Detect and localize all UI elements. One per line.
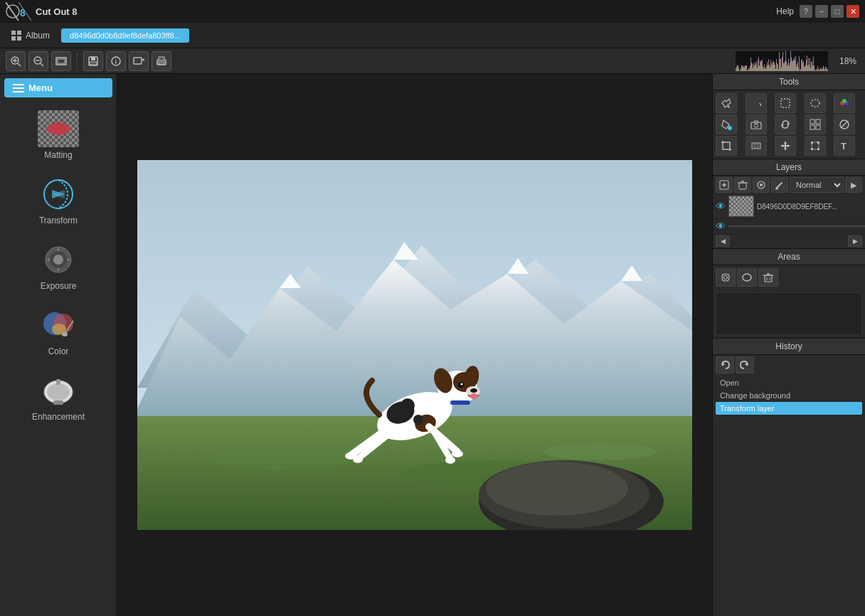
info-button[interactable]: i [106, 51, 126, 71]
layer-item-1[interactable]: 👁 D8496D0D8D9EF8DEF... [713, 194, 865, 219]
fit-icon [55, 55, 67, 67]
layers-bottom-nav: ◀ ▶ [713, 234, 865, 248]
tool-crop[interactable] [716, 136, 737, 156]
svg-rect-6 [11, 36, 16, 41]
svg-point-57 [208, 448, 351, 469]
areas-tools [713, 265, 865, 290]
sidebar-item-matting[interactable]: Matting [6, 103, 111, 166]
svg-point-128 [743, 274, 751, 281]
history-item-transform-layer[interactable]: Transform layer [716, 402, 862, 415]
active-tab[interactable]: d8496d0d0b8d9ef8defa803ff8... [61, 28, 189, 43]
tools-grid: T [713, 90, 865, 159]
svg-rect-114 [817, 148, 819, 150]
fit-button[interactable] [51, 51, 71, 71]
save-button[interactable] [83, 51, 103, 71]
enhancement-label: Enhancement [32, 412, 85, 422]
print-button[interactable] [152, 51, 171, 71]
svg-rect-7 [17, 36, 21, 41]
tool-ellipse-select[interactable] [805, 93, 826, 113]
tool-color-select[interactable] [834, 93, 855, 113]
svg-rect-129 [765, 275, 772, 282]
layers-controls: Normal Multiply Screen Overlay ▶ [713, 176, 865, 194]
tool-no-op[interactable] [834, 115, 855, 134]
app-title: 8 Cut Out 8 [6, 2, 78, 21]
tool-grid[interactable] [805, 115, 826, 134]
svg-point-46 [47, 383, 70, 400]
menu-bar: Album d8496d0d0b8d9ef8defa803ff8... [0, 23, 865, 48]
add-image-icon [133, 55, 144, 67]
layer-visibility-2[interactable]: 👁 [716, 221, 726, 232]
layer-item-2[interactable]: 👁 D8496D0D8D9EF8DEF... [713, 219, 865, 234]
transform-icon [36, 174, 81, 214]
menu-lines-icon [13, 83, 24, 93]
layer-expand-button[interactable]: ▶ [845, 177, 862, 193]
toolbar-separator-1 [77, 53, 78, 70]
areas-header: Areas [713, 249, 865, 265]
zoom-in-button[interactable] [6, 51, 26, 71]
sidebar-item-color[interactable]: Color [6, 299, 111, 362]
svg-rect-47 [53, 400, 63, 405]
svg-rect-48 [56, 379, 60, 385]
undo-button[interactable] [716, 356, 734, 373]
left-sidebar: Menu [0, 74, 117, 616]
svg-rect-75 [450, 400, 470, 405]
svg-point-74 [470, 393, 477, 399]
area-tool-brush[interactable] [716, 268, 736, 287]
history-controls [713, 355, 865, 375]
tool-move[interactable] [775, 136, 796, 156]
redo-button[interactable] [736, 356, 754, 373]
layer-thumb-2 [728, 225, 865, 227]
zoom-out-button[interactable] [28, 51, 48, 71]
matting-label: Matting [44, 150, 72, 160]
zoom-level: 18% [837, 56, 859, 66]
tool-paint-bucket[interactable] [716, 115, 737, 134]
area-tool-delete[interactable] [758, 268, 778, 287]
svg-rect-5 [17, 31, 21, 35]
svg-rect-22 [134, 58, 142, 64]
tool-rect-select[interactable] [775, 93, 796, 113]
color-icon [36, 305, 81, 345]
svg-rect-87 [781, 99, 790, 107]
areas-canvas [716, 292, 862, 335]
history-item-open[interactable]: Open [716, 376, 862, 389]
layers-nav-next[interactable]: ▶ [848, 235, 862, 247]
menu-button[interactable]: Menu [4, 78, 112, 97]
svg-point-59 [543, 443, 657, 460]
svg-point-83 [353, 456, 363, 463]
svg-rect-4 [11, 31, 16, 35]
history-item-change-bg[interactable]: Change background [716, 389, 862, 402]
maximize-button[interactable]: □ [831, 5, 844, 18]
layer-visibility-1[interactable]: 👁 [716, 201, 726, 212]
tool-transform-select[interactable] [805, 136, 826, 156]
zoom-out-icon [33, 55, 44, 67]
tool-smart-select[interactable] [716, 93, 737, 113]
sidebar-item-enhancement[interactable]: Enhancement [6, 365, 111, 428]
history-header: History [713, 339, 865, 355]
help-button[interactable]: ? [800, 5, 812, 18]
svg-rect-19 [90, 62, 97, 65]
sidebar-item-exposure[interactable]: Exposure [6, 234, 111, 297]
album-menu[interactable]: Album [6, 28, 55, 43]
svg-line-9 [18, 63, 21, 66]
area-tool-ellipse[interactable] [737, 268, 757, 287]
sidebar-item-transform[interactable]: Transform [6, 169, 111, 231]
tool-lasso[interactable] [745, 93, 767, 113]
layers-nav-prev[interactable]: ◀ [716, 235, 730, 247]
brush-tool-button[interactable] [771, 177, 788, 193]
tools-section: Tools [713, 74, 865, 159]
layer-settings-button[interactable] [753, 177, 770, 193]
tool-rect-mask[interactable] [745, 136, 767, 156]
delete-layer-button[interactable] [734, 177, 751, 193]
tool-rotate[interactable] [775, 115, 796, 134]
tool-camera[interactable] [745, 115, 767, 134]
layer-blend-mode[interactable]: Normal Multiply Screen Overlay [790, 177, 844, 193]
window-controls: Help ? − □ ✕ [776, 5, 859, 18]
close-button[interactable]: ✕ [847, 5, 859, 18]
minimize-button[interactable]: − [815, 5, 828, 18]
add-image-button[interactable] [129, 51, 149, 71]
svg-rect-113 [811, 142, 813, 144]
svg-rect-100 [810, 125, 814, 129]
new-layer-button[interactable] [716, 177, 733, 193]
tool-text[interactable]: T [834, 136, 855, 156]
svg-point-44 [62, 332, 68, 336]
